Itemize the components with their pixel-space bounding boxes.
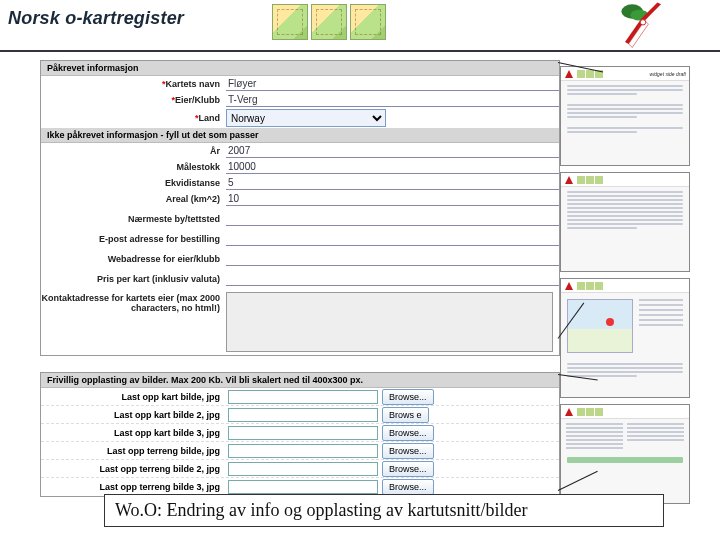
section-required: Påkrevet informasjon [41,61,559,76]
file-path-input[interactable] [228,408,378,422]
contact-textarea[interactable] [226,292,553,352]
upload-label: Last opp terreng bilde 2, jpg [41,464,226,474]
compass-logo-icon [564,69,574,79]
svg-marker-8 [565,282,573,290]
email-input[interactable] [226,232,559,246]
price-input[interactable] [226,272,559,286]
browse-button[interactable]: Brows e [382,407,429,423]
file-path-input[interactable] [228,444,378,458]
upload-label: Last opp kart bilde, jpg [41,392,226,402]
label-price: Pris per kart (inklusiv valuta) [41,274,226,284]
nearest-town-input[interactable] [226,212,559,226]
image-upload-form: Frivillig opplasting av bilder. Max 200 … [40,372,560,497]
upload-row: Last opp kart bilde, jpg Browse... [41,388,559,406]
country-select[interactable]: Norway [226,109,386,127]
upload-row: Last opp kart bilde 3, jpg Browse... [41,424,559,442]
section-optional: Ikke påkrevet informasjon - fyll ut det … [41,128,559,143]
browse-button[interactable]: Browse... [382,389,434,405]
label-email: E-post adresse for bestilling [41,234,226,244]
label-scale: Målestokk [41,162,226,172]
svg-marker-7 [565,176,573,184]
file-path-input[interactable] [228,462,378,476]
scale-input[interactable] [226,160,559,174]
map-name-input[interactable] [226,77,559,91]
compass-logo-icon [564,175,574,185]
label-country: *Land [41,113,226,123]
preview-detail-page: widget side draft [560,66,690,166]
upload-row: Last opp terreng bilde 2, jpg Browse... [41,460,559,478]
compass-logo-icon [564,407,574,417]
file-path-input[interactable] [228,390,378,404]
upload-label: Last opp terreng bilde 3, jpg [41,482,226,492]
weburl-input[interactable] [226,252,559,266]
map-thumb-icon [350,4,386,40]
label-map-name: *Kartets navn [41,79,226,89]
header-map-thumbs [272,4,386,40]
svg-point-5 [640,20,645,25]
upload-label: Last opp terreng bilde, jpg [41,446,226,456]
upload-row: Last opp terreng bilde, jpg Browse... [41,442,559,460]
map-thumb-icon [272,4,308,40]
browse-button[interactable]: Browse... [382,425,434,441]
area-input[interactable] [226,192,559,206]
label-contact: Kontaktadresse for kartets eier (max 200… [41,291,226,313]
svg-marker-6 [565,70,573,78]
browse-button[interactable]: Browse... [382,443,434,459]
label-area: Areal (km^2) [41,194,226,204]
owner-club-input[interactable] [226,93,559,107]
preview-map-page [560,278,690,398]
upload-label: Last opp kart bilde 3, jpg [41,428,226,438]
upload-label: Last opp kart bilde 2, jpg [41,410,226,420]
preview-stack: widget side draft [560,66,690,510]
section-upload: Frivillig opplasting av bilder. Max 200 … [41,373,559,388]
label-equidistance: Ekvidistanse [41,178,226,188]
browse-button[interactable]: Browse... [382,479,434,495]
map-thumbnail-icon [567,299,633,353]
compass-logo-icon [564,281,574,291]
label-year: År [41,146,226,156]
label-nearest-town: Nærmeste by/tettsted [41,214,226,224]
label-weburl: Webadresse for eier/klubb [41,254,226,264]
browse-button[interactable]: Browse... [382,461,434,477]
preview-title: widget side draft [650,71,686,77]
compass-logo-icon [616,2,670,48]
label-owner-club: *Eier/Klubb [41,95,226,105]
preview-form-page [560,172,690,272]
map-info-form: Påkrevet informasjon *Kartets navn *Eier… [40,60,560,356]
preview-list-page [560,404,690,504]
year-input[interactable] [226,144,559,158]
slide-caption: Wo.O: Endring av info og opplasting av k… [104,494,664,527]
equidistance-input[interactable] [226,176,559,190]
upload-row: Last opp kart bilde 2, jpg Brows e [41,406,559,424]
file-path-input[interactable] [228,480,378,494]
map-thumb-icon [311,4,347,40]
svg-marker-9 [565,408,573,416]
file-path-input[interactable] [228,426,378,440]
